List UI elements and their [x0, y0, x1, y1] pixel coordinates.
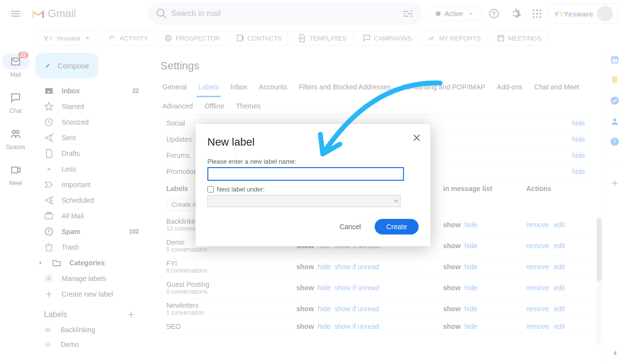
label-name-prompt: Please enter a new label name: — [207, 158, 296, 165]
dialog-close-button[interactable] — [412, 133, 422, 146]
cancel-button[interactable]: Cancel — [335, 219, 366, 235]
dialog-title: New label — [207, 136, 419, 149]
close-icon — [412, 133, 422, 143]
label-name-input[interactable] — [207, 167, 404, 181]
new-label-dialog: New label Please enter a new label name:… — [196, 124, 430, 246]
nest-parent-select[interactable] — [207, 195, 401, 207]
create-button[interactable]: Create — [375, 219, 419, 235]
nest-label: Nest label under: — [217, 186, 265, 193]
nest-checkbox[interactable] — [207, 186, 214, 193]
